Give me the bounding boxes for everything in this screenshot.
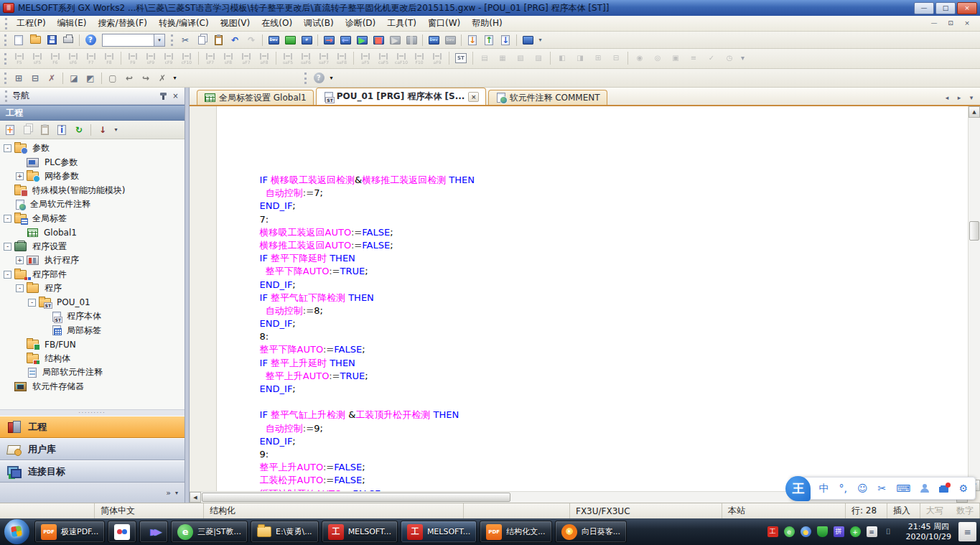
toolbar2-overflow[interactable]: ▾	[739, 50, 747, 67]
statement-jump-button[interactable]: ↓	[465, 33, 480, 47]
tree-item[interactable]: - 程序	[0, 281, 185, 296]
overflow-arrow-icon[interactable]: ▾	[175, 490, 178, 496]
ladder-close-branch-sf6[interactable]: sF6	[65, 50, 82, 67]
statement-display-button[interactable]: ▧	[512, 50, 529, 67]
mdi-close-button[interactable]: ×	[960, 18, 974, 29]
monitor-stop-button[interactable]: ■	[370, 33, 386, 47]
device-display-button[interactable]: Dev	[266, 33, 281, 47]
toolbar-grip[interactable]	[4, 73, 8, 84]
tab-pou01-program[interactable]: ST POU_01 [PRG] 程序本体 [S... ×	[316, 88, 487, 105]
menu-debug[interactable]: 调试(B)	[298, 16, 340, 31]
save-project-button[interactable]	[44, 33, 60, 47]
minimize-button[interactable]: —	[914, 2, 934, 14]
taskbar-app-icon[interactable]	[108, 521, 136, 543]
right-rung-button[interactable]: ◨	[571, 50, 589, 67]
tray-shield-icon[interactable]	[817, 526, 828, 537]
tree-item[interactable]: - 参数	[0, 141, 185, 156]
undo-button[interactable]: ↶	[227, 33, 243, 47]
tree-item[interactable]: - 程序设置	[0, 240, 185, 254]
ime-keyboard-icon[interactable]: ⌨	[896, 483, 910, 493]
paste-data-button[interactable]	[37, 123, 52, 137]
toolbar1-overflow[interactable]: ▾	[536, 33, 544, 47]
monitor-write-button[interactable]: ▶	[387, 33, 403, 47]
window-forward-button[interactable]: ↪	[138, 71, 154, 85]
tab-global-label[interactable]: 全局标签设置 Global1	[197, 90, 314, 105]
tree-item[interactable]: 全局软元件注释	[0, 197, 185, 212]
tree-expander[interactable]: -	[28, 299, 36, 307]
ladder-invert-result-saf5[interactable]: saF5	[279, 50, 297, 67]
tree-item[interactable]: 结构体	[0, 352, 185, 366]
menu-online[interactable]: 在线(O)	[256, 16, 298, 31]
taskbar-kmplayer-icon[interactable]: ▶▶	[139, 521, 168, 543]
ladder-del-vline-cf10[interactable]: cF10	[178, 50, 195, 67]
ladder-open-branch-f6[interactable]: F6	[47, 50, 64, 67]
start-button[interactable]	[4, 519, 29, 544]
tree-item[interactable]: - ST POU_01	[0, 296, 185, 310]
st-code-editor[interactable]: IF 横移吸工装返回检测&横移推工装返回检测 THEN 自动控制:=7; END…	[190, 106, 980, 503]
mdi-restore-button[interactable]: ⊡	[943, 18, 958, 29]
ime-emoji-icon[interactable]: ☺	[857, 483, 868, 493]
menu-view[interactable]: 视图(V)	[215, 16, 256, 31]
menu-project[interactable]: 工程(P)	[11, 16, 52, 31]
copy-data-button[interactable]	[19, 123, 35, 137]
tree-expander[interactable]: -	[4, 243, 11, 251]
menu-tools[interactable]: 工具(T)	[381, 16, 422, 31]
st-editor-button[interactable]: ST	[452, 50, 470, 67]
input-indicator-icon[interactable]: ≡	[958, 522, 976, 541]
tray-clipboard-icon[interactable]: ≡	[867, 526, 877, 537]
new-data-button[interactable]: +	[2, 123, 18, 137]
ime-user-icon[interactable]	[920, 484, 929, 493]
paste-button[interactable]	[210, 33, 226, 47]
taskbar-melsoft-2[interactable]: 工 MELSOFT...	[401, 521, 477, 543]
help-toolbar-overflow[interactable]: ▾	[327, 71, 335, 85]
nav-view-connect[interactable]: 连接目标	[0, 460, 185, 483]
new-project-button[interactable]	[11, 33, 27, 47]
bookmark-list-button[interactable]: ◩	[83, 71, 98, 85]
taskbar-melsoft-1[interactable]: 工 MELSOFT...	[322, 521, 398, 543]
print-button[interactable]	[60, 33, 76, 47]
taskbar-structured-doc-pdf[interactable]: PDF 结构化文...	[480, 521, 552, 543]
ladder-close-contact-sf5[interactable]: sF5	[29, 50, 46, 67]
window-close-button[interactable]: ✗	[154, 71, 170, 85]
insert-rung-button[interactable]: ⊞	[589, 50, 607, 67]
toolbar-grip[interactable]	[304, 73, 308, 84]
toolbar-grip[interactable]	[171, 34, 174, 46]
note-jump-button[interactable]: ↑	[481, 33, 497, 47]
data-security-button[interactable]: i	[54, 123, 70, 137]
tree-expander[interactable]: -	[16, 284, 24, 292]
maximize-button[interactable]: □	[935, 2, 956, 14]
ladder-pulse-down-branch-af8[interactable]: aF8	[256, 50, 273, 67]
taskbar-browser-mitsubishi-st[interactable]: e 三菱|ST教...	[171, 521, 248, 543]
mdi-minimize-button[interactable]: —	[927, 18, 941, 29]
copy-button[interactable]	[194, 33, 210, 47]
device-comment-display-button[interactable]: ▦	[494, 50, 511, 67]
cut-button[interactable]: ✂	[177, 33, 193, 47]
toolbar-grip[interactable]	[4, 34, 8, 46]
ladder-vline-sf9[interactable]: sF9	[142, 50, 159, 67]
toolbar-combobox[interactable]: ▾	[102, 34, 165, 47]
menu-grip[interactable]	[5, 18, 9, 29]
buffer-memory-monitor-button[interactable]: #	[299, 33, 314, 47]
ladder-caf5[interactable]: caF5	[375, 50, 392, 67]
panel-splitter[interactable]	[0, 409, 185, 416]
device-monitor-button[interactable]: Dev	[426, 33, 442, 47]
redo-button[interactable]: ↷	[243, 33, 259, 47]
taskbar-sunflower-client[interactable]: ☀ 向日葵客...	[555, 521, 627, 543]
window-back-button[interactable]: ↩	[121, 71, 137, 85]
tab-close-icon[interactable]: ×	[468, 92, 479, 102]
ladder-application-f8[interactable]: F8	[101, 50, 118, 67]
monitor-start-button[interactable]: ▶	[354, 33, 370, 47]
program-check-button[interactable]: ✓	[703, 50, 720, 67]
help-button-2[interactable]	[311, 71, 327, 85]
note-display-button[interactable]: ▨	[530, 50, 547, 67]
tree-item[interactable]: 局部软元件注释	[0, 365, 185, 380]
tree-item[interactable]: - 全局标签	[0, 212, 185, 226]
tree-item[interactable]: 特殊模块(智能功能模块)	[0, 184, 185, 198]
ime-punctuation-icon[interactable]: °,	[839, 483, 846, 493]
ime-skin-icon[interactable]	[939, 485, 948, 493]
tray-accelerator-icon[interactable]: +	[850, 526, 861, 537]
ladder-hline-f9[interactable]: F9	[124, 50, 141, 67]
time-chart-button[interactable]: ◷	[721, 50, 738, 67]
ladder-af9[interactable]: aF9	[429, 50, 446, 67]
tree-expander[interactable]: -	[4, 215, 11, 223]
